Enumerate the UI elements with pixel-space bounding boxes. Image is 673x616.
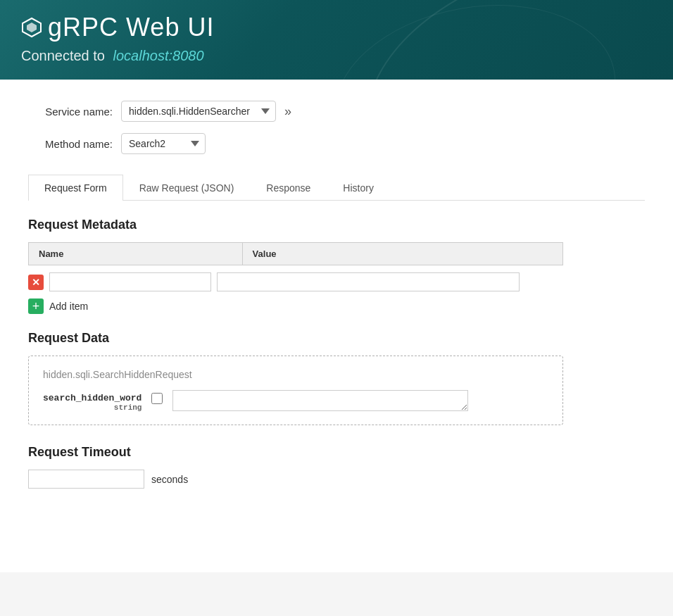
method-name-row: Method name: Search2 [28,133,645,154]
method-name-label: Method name: [28,138,113,150]
tab-request-form[interactable]: Request Form [28,175,123,201]
connection-status: Connected to localhost:8080 [21,48,652,64]
tab-raw-request[interactable]: Raw Request (JSON) [123,175,251,201]
metadata-table: Name Value [28,242,563,265]
field-type-label: string [43,403,141,412]
timeout-unit-label: seconds [151,474,188,485]
host-address: localhost:8080 [113,48,204,63]
metadata-row: ✕ [28,272,645,291]
add-item-row: + Add item [28,298,645,314]
metadata-col-name: Name [29,243,243,265]
tab-bar: Request Form Raw Request (JSON) Response… [28,174,645,201]
service-name-label: Service name: [28,106,113,118]
request-type-label: hidden.sqli.SearchHiddenRequest [43,369,548,380]
timeout-title: Request Timeout [28,445,645,460]
metadata-title: Request Metadata [28,218,645,232]
request-metadata-section: Request Metadata Name Value ✕ + Add item [28,218,645,314]
add-item-label[interactable]: Add item [49,301,88,312]
add-item-button[interactable]: + [28,298,44,314]
method-name-select[interactable]: Search2 [121,133,206,154]
app-header: gRPC Web UI Connected to localhost:8080 [0,0,673,80]
main-content: Service name: hidden.sqli.HiddenSearcher… [0,80,673,572]
field-value-input[interactable] [172,390,468,411]
field-row: search_hidden_word string [43,390,548,412]
timeout-row: seconds [28,470,645,489]
field-checkbox[interactable] [151,393,163,404]
field-name-label: search_hidden_word string [43,390,141,412]
request-data-section: Request Data hidden.sqli.SearchHiddenReq… [28,331,645,425]
tab-history[interactable]: History [327,175,390,201]
chevron-icon[interactable]: » [284,104,291,119]
timeout-input[interactable] [28,470,144,489]
request-data-title: Request Data [28,331,645,346]
request-data-box: hidden.sqli.SearchHiddenRequest search_h… [28,356,563,425]
svg-marker-1 [27,23,37,32]
service-name-select[interactable]: hidden.sqli.HiddenSearcher [121,101,276,122]
timeout-section: Request Timeout seconds [28,445,645,489]
delete-metadata-button[interactable]: ✕ [28,275,44,290]
metadata-value-input[interactable] [217,272,520,291]
metadata-col-value: Value [242,243,562,265]
service-name-row: Service name: hidden.sqli.HiddenSearcher… [28,101,645,122]
tab-response[interactable]: Response [250,175,327,201]
grpc-logo-icon [21,17,42,38]
app-title: gRPC Web UI [21,13,652,42]
metadata-name-input[interactable] [49,272,211,291]
